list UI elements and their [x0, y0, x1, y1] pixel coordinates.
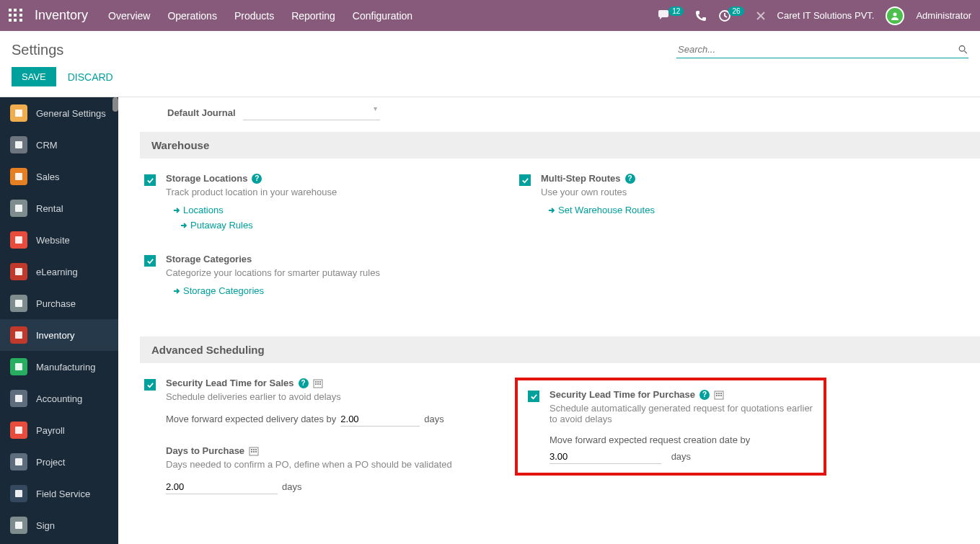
close-tray-icon[interactable]	[756, 11, 766, 21]
help-icon[interactable]: ?	[299, 378, 309, 388]
putaway-rules-link[interactable]: Putaway Rules	[180, 220, 472, 231]
storage-categories-link[interactable]: Storage Categories	[173, 285, 472, 296]
sidebar-item-rental[interactable]: Rental	[0, 192, 118, 224]
sec-sales-checkbox[interactable]	[144, 379, 156, 391]
sidebar-icon	[10, 263, 27, 280]
locations-link[interactable]: Locations	[173, 205, 472, 215]
top-nav: Overview Operations Products Reporting C…	[108, 10, 412, 22]
svg-point-2	[960, 45, 966, 51]
sec-purchase-prefix: Move forward expected request creation d…	[549, 434, 818, 445]
sidebar-item-label: Manufacturing	[36, 362, 95, 373]
warehouse-routes-link[interactable]: Set Warehouse Routes	[548, 205, 835, 215]
activity-button[interactable]: 26	[718, 9, 743, 22]
apps-launcher-icon[interactable]	[9, 9, 23, 23]
enterprise-icon	[714, 390, 724, 400]
svg-rect-7	[15, 205, 22, 212]
company-name[interactable]: Caret IT Solutions PVT.	[777, 10, 875, 21]
sidebar-item-website[interactable]: Website	[0, 224, 118, 256]
sidebar-item-sign[interactable]: Sign	[0, 509, 118, 541]
arrow-right-icon	[180, 222, 187, 229]
sidebar-item-label: Inventory	[36, 330, 74, 341]
nav-operations[interactable]: Operations	[167, 10, 216, 22]
sidebar-item-elearning[interactable]: eLearning	[0, 256, 118, 287]
settings-content: Default Journal Warehouse Storage Locati…	[118, 97, 980, 544]
svg-rect-23	[319, 381, 321, 383]
svg-rect-11	[15, 331, 22, 339]
search-input[interactable]	[676, 41, 958, 58]
sidebar-icon	[10, 231, 27, 249]
sec-purchase-checkbox[interactable]	[528, 391, 539, 402]
multi-step-checkbox[interactable]	[519, 174, 531, 186]
sidebar-item-label: Payroll	[36, 425, 65, 436]
main: General SettingsCRMSalesRentalWebsiteeLe…	[0, 97, 980, 544]
scrollbar-thumb[interactable]	[112, 97, 118, 112]
svg-rect-17	[15, 522, 22, 529]
sidebar-item-label: General Settings	[36, 108, 106, 119]
nav-overview[interactable]: Overview	[108, 10, 150, 22]
chat-button[interactable]: 12	[658, 10, 684, 22]
svg-rect-21	[315, 381, 317, 383]
svg-rect-6	[15, 173, 22, 180]
sidebar-item-label: Rental	[36, 203, 63, 214]
sec-purchase-value[interactable]	[549, 450, 661, 464]
svg-rect-8	[15, 236, 22, 244]
sidebar-icon	[10, 136, 27, 153]
nav-reporting[interactable]: Reporting	[291, 10, 335, 22]
enterprise-icon	[313, 378, 323, 388]
svg-rect-36	[718, 393, 720, 394]
sidebar-item-crm[interactable]: CRM	[0, 129, 118, 161]
user-name[interactable]: Administrator	[916, 10, 971, 21]
sidebar-item-general-settings[interactable]: General Settings	[0, 97, 118, 129]
save-button[interactable]: SAVE	[12, 67, 56, 86]
setting-storage-locations: Storage Locations ? Track product locati…	[140, 173, 472, 235]
topbar-right: 12 26 Caret IT Solutions PVT. Administra…	[658, 6, 971, 25]
activity-count: 26	[728, 6, 743, 16]
days-purchase-value[interactable]	[166, 480, 278, 494]
default-journal-dropdown[interactable]	[243, 104, 380, 120]
person-icon	[890, 11, 900, 21]
sidebar-item-inventory[interactable]: Inventory	[0, 319, 118, 351]
app-name[interactable]: Inventory	[35, 8, 88, 23]
sidebar-item-purchase[interactable]: Purchase	[0, 287, 118, 319]
svg-rect-35	[716, 393, 718, 394]
sidebar-item-planning[interactable]: Planning	[0, 541, 118, 544]
enterprise-icon	[249, 446, 259, 456]
days-purchase-desc: Days needed to confirm a PO, define when…	[166, 459, 472, 470]
nav-configuration[interactable]: Configuration	[353, 10, 412, 22]
sidebar-item-sales[interactable]: Sales	[0, 161, 118, 192]
storage-categories-checkbox[interactable]	[144, 255, 156, 267]
svg-point-1	[893, 12, 897, 16]
help-icon[interactable]: ?	[625, 174, 635, 184]
section-advanced-scheduling: Advanced Scheduling	[140, 336, 980, 363]
sidebar-item-field-service[interactable]: Field Service	[0, 478, 118, 509]
sidebar-item-project[interactable]: Project	[0, 446, 118, 478]
sidebar-item-accounting[interactable]: Accounting	[0, 383, 118, 414]
discard-button[interactable]: DISCARD	[68, 71, 113, 83]
days-purchase-title: Days to Purchase	[166, 445, 244, 456]
svg-rect-24	[315, 383, 317, 385]
arrow-right-icon	[173, 287, 180, 295]
help-icon[interactable]: ?	[252, 174, 262, 184]
svg-rect-16	[15, 490, 22, 497]
sidebar-item-manufacturing[interactable]: Manufacturing	[0, 351, 118, 383]
help-icon[interactable]: ?	[699, 390, 710, 400]
sidebar-icon	[10, 358, 27, 375]
svg-rect-22	[317, 381, 319, 383]
svg-line-3	[965, 50, 967, 53]
sidebar-item-label: CRM	[36, 140, 58, 151]
sidebar-item-payroll[interactable]: Payroll	[0, 414, 118, 446]
sidebar-icon	[10, 200, 27, 217]
search-icon[interactable]	[958, 45, 968, 55]
sidebar-icon	[10, 295, 27, 312]
settings-sidebar: General SettingsCRMSalesRentalWebsiteeLe…	[0, 97, 118, 544]
nav-products[interactable]: Products	[234, 10, 274, 22]
setting-security-lead-purchase: Security Lead Time for Purchase ? Schedu…	[524, 389, 818, 464]
svg-rect-37	[720, 393, 722, 394]
sec-sales-value[interactable]	[340, 412, 420, 427]
user-avatar[interactable]	[886, 6, 904, 25]
storage-locations-checkbox[interactable]	[144, 174, 156, 186]
phone-icon[interactable]	[695, 10, 707, 22]
sidebar-item-label: Field Service	[36, 489, 90, 499]
arrow-right-icon	[548, 207, 555, 214]
svg-rect-31	[251, 451, 252, 452]
